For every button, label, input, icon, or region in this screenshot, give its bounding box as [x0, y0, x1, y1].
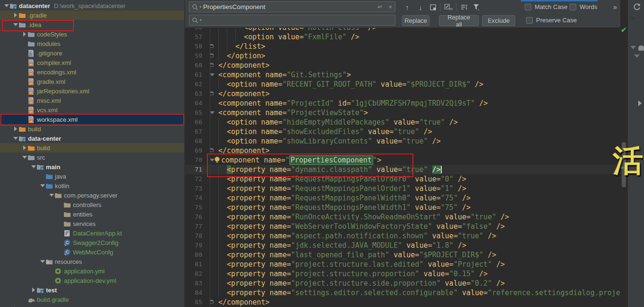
tree-item-java[interactable]: java [0, 172, 185, 181]
code-line-60[interactable]: 60</component> [185, 61, 620, 70]
select-all-occurrences-icon[interactable]: xx [443, 1, 454, 13]
checkbox-box[interactable] [570, 4, 576, 10]
tree-item-build[interactable]: build [0, 124, 185, 134]
newline-icon[interactable]: ↵ [378, 3, 383, 10]
code-line-73[interactable]: 73<property name="RequestMappingsPanelOr… [185, 184, 620, 193]
tree-item-jarRepositories.xml[interactable]: <>jarRepositories.xml [0, 86, 185, 96]
code-line-68[interactable]: 68<option name="showLibraryContents" val… [185, 136, 620, 146]
notification-icon[interactable] [638, 45, 644, 51]
code-line-71[interactable]: 71<property name="dynamic.classpath" val… [185, 165, 620, 174]
tree-item-build[interactable]: build [0, 143, 185, 153]
code-line-78[interactable]: 78<property name="aspect.path.notificati… [185, 231, 620, 241]
tree-item-services[interactable]: services [0, 219, 185, 228]
code-line-61[interactable]: 61<component name="Git.Settings"> [185, 70, 620, 80]
exclude-button[interactable]: Exclude [482, 15, 515, 26]
tree-item-main[interactable]: main [0, 162, 185, 172]
tree-item-codeStyles[interactable]: codeStyles [0, 29, 185, 39]
replace-magnifier-icon[interactable]: ▼ [192, 17, 202, 24]
tree-item-.gradle[interactable]: .gradle [0, 10, 185, 20]
match-case-checkbox[interactable]: Match Case [525, 3, 567, 10]
tree-item-DataCenterApp.kt[interactable]: DataCenterApp.kt [0, 228, 185, 238]
code-line-74[interactable]: 74<property name="RequestMappingsPanelWi… [185, 193, 620, 203]
tree-item-encodings.xml[interactable]: <>encodings.xml [0, 67, 185, 77]
chevron-down-icon[interactable] [634, 54, 640, 58]
tree-item-workspace.xml[interactable]: <>workspace.xml [0, 115, 185, 124]
code-line-84[interactable]: 84<property name="settings.editor.select… [185, 288, 620, 298]
code-line-62[interactable]: 62<option name="RECENT_GIT_ROOT_PATH" va… [185, 80, 620, 89]
code-line-70[interactable]: 70component name="PropertiesComponent"> [185, 155, 620, 165]
tree-item-com.persagy.server[interactable]: com.persagy.server [0, 190, 185, 200]
search-magnifier-icon[interactable]: ▼ [192, 4, 202, 10]
tree-item-kotlin[interactable]: kotlin [0, 181, 185, 190]
code-line-80[interactable]: 80<property name="last_opened_file_path"… [185, 250, 620, 260]
checkbox-box[interactable] [525, 4, 531, 10]
code-line-59[interactable]: 59</option> [185, 51, 620, 61]
code-line-57[interactable]: 57<option value="FxmlFile" /> [185, 32, 620, 42]
tree-item-WebMvcConfg[interactable]: CWebMvcConfg [0, 247, 185, 257]
chevron-down-icon[interactable] [40, 259, 45, 264]
chevron-down-icon[interactable] [630, 46, 636, 49]
chevron-right-icon[interactable] [22, 31, 27, 37]
preserve-case-checkbox[interactable]: Preserve Case [526, 17, 577, 24]
tree-item-resources[interactable]: resources [0, 257, 185, 266]
chevron-down-icon[interactable] [31, 164, 36, 170]
code-area[interactable]: 56<option value="Kotlin Class" />57<opti… [185, 0, 620, 307]
next-occurrence-icon[interactable]: ↓ [415, 1, 426, 13]
refresh-icon[interactable] [632, 2, 642, 14]
code-line-63[interactable]: 63</component> [185, 89, 620, 99]
code-line-67[interactable]: 67<option name="showExcludedFiles" value… [185, 127, 620, 136]
filter-search-icon[interactable] [471, 1, 482, 13]
chevron-down-icon[interactable] [4, 3, 9, 9]
code-line-72[interactable]: 72<property name="RequestMappingsPanelOr… [185, 174, 620, 184]
search-field[interactable]: ▼ ↵ × [189, 1, 395, 12]
code-line-82[interactable]: 82<property name="project.structure.prop… [185, 269, 620, 279]
code-line-79[interactable]: 79<property name="jdk.selected.JAVA_MODU… [185, 241, 620, 250]
more-options-chevron-icon[interactable]: » [610, 1, 620, 13]
code-line-77[interactable]: 77<property name="WebServerToolWindowFac… [185, 222, 620, 231]
chevron-right-icon[interactable] [22, 145, 27, 151]
code-line-76[interactable]: 76<property name="RunOnceActivity.ShowRe… [185, 212, 620, 222]
tree-item-application.yml[interactable]: application.yml [0, 266, 185, 276]
chevron-down-icon[interactable] [13, 135, 18, 141]
expand-right-arrow-icon[interactable] [638, 100, 642, 106]
code-line-69[interactable]: 69</component> [185, 146, 620, 155]
code-line-64[interactable]: 64<component name="ProjectId" id="1gjCbU… [185, 99, 620, 108]
replace-button[interactable]: Replace [402, 15, 429, 26]
search-input[interactable] [203, 3, 375, 10]
chevron-down-icon[interactable] [49, 192, 54, 198]
code-line-85[interactable]: 85</component> [185, 298, 620, 307]
tree-item-partial[interactable] [0, 304, 185, 307]
intention-bulb-icon[interactable] [214, 156, 220, 166]
chevron-right-icon[interactable] [13, 12, 18, 18]
tree-item-compiler.xml[interactable]: <>compiler.xml [0, 58, 185, 67]
tree-item-.idea[interactable]: .idea [0, 20, 185, 29]
code-line-65[interactable]: 65<component name="ProjectViewState"> [185, 108, 620, 117]
replace-all-button[interactable]: Replace all [439, 15, 479, 26]
replace-input[interactable] [203, 17, 395, 24]
chevron-right-icon[interactable] [31, 287, 36, 293]
chevron-down-icon[interactable] [40, 183, 45, 189]
tree-item-entities[interactable]: entities [0, 209, 185, 219]
previous-occurrence-icon[interactable]: ↑ [402, 1, 412, 13]
open-in-find-window-icon[interactable] [428, 1, 438, 13]
tree-item-application-dev.yml[interactable]: application-dev.yml [0, 276, 185, 285]
tree-item-build.gradle[interactable]: build.gradle [0, 295, 185, 304]
tree-item-gradle.xml[interactable]: <>gradle.xml [0, 77, 185, 86]
chevron-right-icon[interactable] [13, 126, 18, 132]
tree-item-src[interactable]: src [0, 153, 185, 162]
tree-item-datacenter[interactable]: datacenterD:\work_space\datacenter [0, 1, 185, 10]
close-find-bar-icon[interactable]: × [620, 1, 620, 13]
chevron-down-icon[interactable] [630, 17, 635, 20]
code-line-58[interactable]: 58</list> [185, 42, 620, 51]
tree-item-.gitignore[interactable]: .gitignore [0, 48, 185, 58]
code-line-66[interactable]: 66<option name="hideEmptyMiddlePackages"… [185, 117, 620, 127]
checkbox-box[interactable] [526, 17, 533, 24]
tree-item-controllers[interactable]: controllers [0, 200, 185, 209]
tree-item-test[interactable]: test [0, 285, 185, 295]
chevron-down-icon[interactable] [22, 154, 27, 160]
code-line-83[interactable]: 83<property name="project.structure.side… [185, 279, 620, 288]
tree-item-modules[interactable]: modules [0, 39, 185, 48]
tree-item-vcs.xml[interactable]: <>vcs.xml [0, 105, 185, 115]
tree-item-misc.xml[interactable]: <>misc.xml [0, 96, 185, 105]
multiline-search-icon[interactable] [459, 1, 469, 13]
